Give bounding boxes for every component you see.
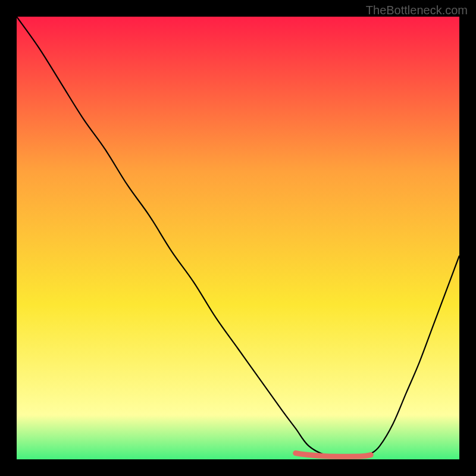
bottleneck-chart [17, 17, 459, 459]
chart-svg [17, 17, 459, 459]
gradient-background [17, 17, 459, 459]
watermark-text: TheBottleneck.com [366, 4, 468, 17]
